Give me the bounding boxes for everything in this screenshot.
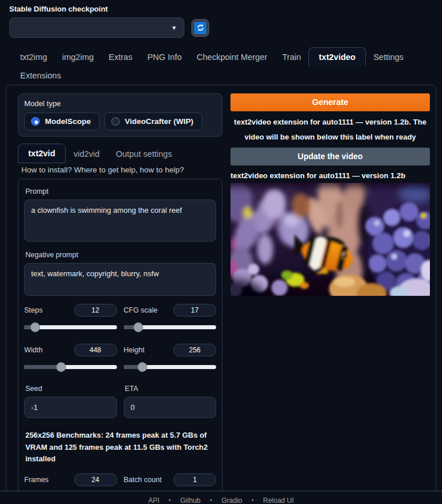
slider-handle[interactable] (134, 322, 143, 332)
footer-link-api[interactable]: API (148, 497, 159, 504)
update-video-button[interactable]: Update the video (231, 148, 430, 166)
eta-label: ETA (125, 385, 217, 393)
radio-videocrafter[interactable]: VideoCrafter (WIP) (104, 112, 202, 130)
prompt-label: Prompt (25, 187, 216, 195)
tab-train[interactable]: Train (275, 48, 309, 66)
txt2vid-form: Prompt a clownfish is swimming among the… (18, 179, 222, 504)
status-text: text2video extension for auto1111 — vers… (231, 115, 430, 145)
tab-settings[interactable]: Settings (366, 48, 411, 66)
model-type-label: Model type (24, 99, 216, 108)
slider-fill (24, 365, 61, 369)
steps-slider[interactable] (24, 322, 117, 332)
seed-label: Seed (25, 385, 117, 393)
eta-input[interactable] (124, 397, 217, 418)
footer-link-gradio[interactable]: Gradio (221, 497, 242, 504)
subtab-output-settings[interactable]: Output settings (108, 145, 180, 163)
tab-extensions[interactable]: Extensions (13, 66, 69, 85)
checkpoint-dropdown[interactable]: ▾ (9, 17, 184, 38)
footer-link-github[interactable]: Github (180, 497, 201, 504)
slider-handle[interactable] (31, 322, 40, 332)
cfg-label: CFG scale (124, 306, 158, 314)
chevron-down-icon: ▾ (172, 24, 176, 32)
slider-handle[interactable] (56, 362, 66, 372)
tab-txt2img[interactable]: txt2img (13, 48, 55, 66)
frames-label: Frames (24, 476, 48, 484)
height-label: Height (124, 346, 145, 354)
width-label: Width (24, 346, 43, 354)
radio-videocrafter-label: VideoCrafter (WIP) (125, 117, 194, 126)
subtab-vid2vid[interactable]: vid2vid (66, 145, 108, 163)
cfg-number-input[interactable] (173, 304, 216, 317)
steps-label: Steps (24, 306, 43, 314)
width-slider[interactable] (24, 362, 117, 372)
txt2video-panel: Model type ModelScope VideoCrafter (WIP)… (6, 85, 436, 496)
radio-modelscope-label: ModelScope (45, 117, 91, 126)
batch-count-label: Batch count (124, 476, 162, 484)
batch-count-number-input[interactable] (173, 473, 216, 486)
footer-link-reload-ui[interactable]: Reload UI (263, 497, 293, 504)
video-preview[interactable] (231, 183, 430, 296)
model-type-block: Model type ModelScope VideoCrafter (WIP) (18, 93, 222, 137)
width-number-input[interactable] (74, 344, 117, 356)
frames-number-input[interactable] (74, 473, 117, 486)
cfg-slider[interactable] (124, 322, 217, 332)
footer: API • Github • Gradio • Reload UI (0, 491, 442, 504)
slider-handle[interactable] (137, 362, 147, 372)
subtab-txt2vid[interactable]: txt2vid (18, 144, 66, 163)
negative-prompt-label: Negative prompt (25, 251, 216, 259)
tab-png-info[interactable]: PNG Info (140, 48, 190, 66)
generate-button[interactable]: Generate (231, 93, 430, 111)
benchmark-note: 256x256 Benchmarks: 24 frames peak at 5.… (25, 430, 215, 465)
steps-number-input[interactable] (74, 304, 117, 317)
refresh-checkpoints-button[interactable] (191, 19, 209, 37)
tab-checkpoint-merger[interactable]: Checkpoint Merger (189, 48, 275, 66)
settings-column: Model type ModelScope VideoCrafter (WIP)… (18, 93, 222, 487)
video-caption: text2video extension for auto1111 — vers… (231, 171, 430, 180)
refresh-icon (194, 22, 206, 34)
radio-modelscope[interactable]: ModelScope (24, 112, 100, 130)
height-slider[interactable] (124, 362, 217, 372)
footer-separator: • (210, 497, 212, 504)
footer-separator: • (168, 497, 171, 504)
main-tab-bar: txt2img img2img Extras PNG Info Checkpoi… (0, 38, 442, 85)
footer-separator: • (251, 497, 254, 504)
tab-img2img[interactable]: img2img (55, 48, 101, 66)
output-column: Generate text2video extension for auto11… (231, 93, 430, 487)
negative-prompt-input[interactable]: text, watermark, copyright, blurry, nsfw (24, 263, 216, 296)
checkpoint-label: Stable Diffusion checkpoint (9, 5, 433, 13)
height-number-input[interactable] (173, 344, 216, 356)
tab-extras[interactable]: Extras (101, 48, 140, 66)
checkpoint-header: Stable Diffusion checkpoint ▾ (0, 0, 442, 38)
sub-tab-bar: txt2vid vid2vid Output settings (18, 144, 222, 163)
seed-input[interactable] (24, 397, 117, 418)
prompt-input[interactable]: a clownfish is swimming among the coral … (24, 200, 216, 242)
tab-txt2video[interactable]: txt2video (308, 47, 366, 66)
radio-selected-icon (31, 117, 40, 126)
help-link[interactable]: How to install? Where to get help, how t… (21, 166, 222, 174)
radio-unselected-icon (111, 117, 120, 126)
